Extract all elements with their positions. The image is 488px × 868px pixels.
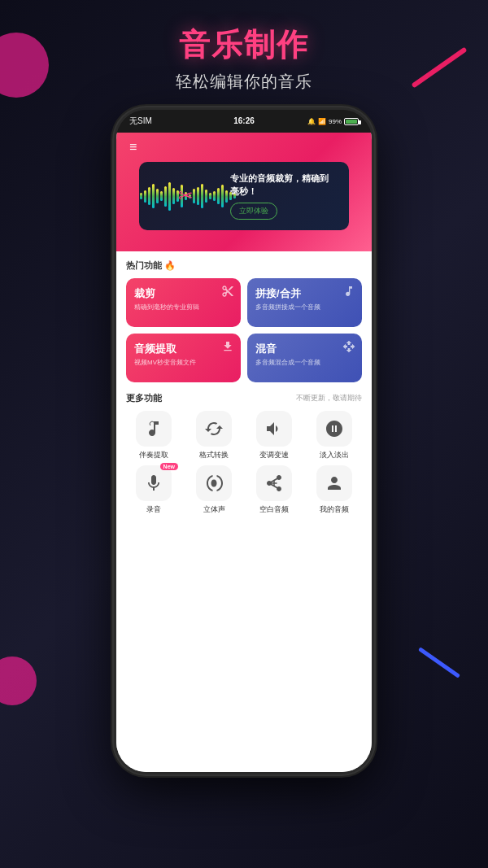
bg-line-bottom-right bbox=[418, 647, 460, 678]
my-audio-label: 我的音频 bbox=[320, 504, 349, 515]
trim-subtitle: 精确到毫秒的专业剪辑 bbox=[134, 303, 233, 312]
more-item-my-audio[interactable]: 我的音频 bbox=[307, 465, 362, 515]
feature-card-mix[interactable]: 混音 多音频混合成一个音频 bbox=[247, 334, 362, 382]
more-section-header: 更多功能 不断更新，敬请期待 bbox=[126, 392, 362, 404]
extract-subtitle: 视频MV秒变音频文件 bbox=[134, 358, 233, 367]
more-features-row1: 伴奏提取 格式转换 变调变速 bbox=[126, 411, 362, 460]
trim-icon bbox=[221, 285, 234, 301]
more-item-stereo[interactable]: 立体声 bbox=[186, 465, 242, 515]
battery-fill bbox=[346, 120, 357, 124]
try-now-button[interactable]: 立即体验 bbox=[230, 203, 277, 220]
app-title: 音乐制作 bbox=[176, 24, 312, 66]
phone-screen: ≡ ✂ 专业的音频裁剪，精确到 毫秒！ 立即体验 热门功能 🔥 bbox=[116, 133, 372, 772]
mix-title: 混音 bbox=[255, 342, 354, 356]
record-label: 录音 bbox=[146, 504, 161, 515]
feature-card-trim[interactable]: 裁剪 精确到毫秒的专业剪辑 bbox=[126, 278, 241, 327]
more-item-pitch-speed[interactable]: 变调变速 bbox=[246, 411, 302, 460]
phone-frame: 无SIM 16:26 🔔 📶 99% ≡ ✂ 专业的音频 bbox=[114, 107, 374, 774]
bg-circle-left-top bbox=[0, 33, 49, 98]
fade-label: 淡入淡出 bbox=[320, 450, 349, 460]
merge-title: 拼接/合并 bbox=[255, 286, 354, 301]
status-icons: 🔔 📶 99% bbox=[307, 118, 359, 125]
more-item-record[interactable]: New 录音 bbox=[126, 465, 181, 515]
record-icon bbox=[136, 465, 172, 501]
more-update-text: 不断更新，敬请期待 bbox=[296, 393, 362, 403]
more-item-music-extract[interactable]: 伴奏提取 bbox=[126, 411, 181, 460]
more-item-fade[interactable]: 淡入淡出 bbox=[307, 411, 362, 460]
phone-status-bar: 无SIM 16:26 🔔 📶 99% bbox=[116, 110, 372, 133]
extract-icon bbox=[221, 340, 234, 356]
scissors-icon: ✂ bbox=[178, 185, 193, 207]
notification-icon: 🔔 bbox=[307, 118, 316, 125]
new-badge: New bbox=[160, 463, 178, 470]
music-extract-icon bbox=[136, 411, 172, 447]
my-audio-icon bbox=[316, 465, 352, 501]
more-item-format-convert[interactable]: 格式转换 bbox=[186, 411, 242, 460]
mix-subtitle: 多音频混合成一个音频 bbox=[255, 358, 354, 367]
merge-icon bbox=[342, 285, 355, 301]
trim-title: 裁剪 bbox=[134, 286, 233, 301]
extract-title: 音频提取 bbox=[134, 342, 233, 356]
hero-section: 音乐制作 轻松编辑你的音乐 bbox=[176, 24, 312, 93]
format-convert-label: 格式转换 bbox=[199, 450, 229, 460]
feature-card-extract[interactable]: 音频提取 视频MV秒变音频文件 bbox=[126, 334, 241, 382]
format-convert-icon bbox=[196, 411, 232, 447]
hot-section-title: 热门功能 🔥 bbox=[126, 260, 362, 272]
app-subtitle: 轻松编辑你的音乐 bbox=[176, 71, 312, 93]
content-area: 热门功能 🔥 裁剪 精确到毫秒的专业剪辑 拼接/合并 bbox=[116, 251, 372, 772]
clock: 16:26 bbox=[233, 116, 255, 125]
feature-card-merge[interactable]: 拼接/合并 多音频拼接成一个音频 bbox=[247, 278, 362, 327]
mix-icon bbox=[342, 340, 355, 356]
music-extract-label: 伴奏提取 bbox=[139, 450, 168, 460]
more-section-title: 更多功能 bbox=[126, 392, 162, 404]
wifi-icon: 📶 bbox=[318, 118, 326, 125]
blank-audio-label: 空白音频 bbox=[259, 504, 289, 515]
more-item-blank-audio[interactable]: 空白音频 bbox=[246, 465, 302, 515]
stereo-label: 立体声 bbox=[203, 504, 225, 515]
banner-title: 专业的音频裁剪，精确到 毫秒！ bbox=[230, 172, 339, 198]
battery-percent: 99% bbox=[329, 118, 342, 125]
battery-icon bbox=[344, 118, 359, 125]
hot-features-grid: 裁剪 精确到毫秒的专业剪辑 拼接/合并 多音频拼接成一个音频 bbox=[126, 278, 362, 382]
stereo-icon bbox=[196, 465, 232, 501]
sim-indicator: 无SIM bbox=[129, 116, 152, 127]
banner-text: 专业的音频裁剪，精确到 毫秒！ 立即体验 bbox=[230, 172, 339, 220]
merge-subtitle: 多音频拼接成一个音频 bbox=[255, 303, 354, 312]
promo-banner[interactable]: ✂ 专业的音频裁剪，精确到 毫秒！ 立即体验 bbox=[139, 162, 349, 230]
pitch-speed-label: 变调变速 bbox=[259, 450, 289, 460]
more-features-row2: New 录音 立体声 bbox=[126, 465, 362, 515]
fade-icon bbox=[316, 411, 352, 447]
bg-line-top-right bbox=[412, 47, 468, 89]
banner-visual: ✂ bbox=[149, 172, 222, 220]
pitch-speed-icon bbox=[256, 411, 292, 447]
bg-circle-left-bottom bbox=[0, 656, 37, 705]
app-header: ≡ ✂ 专业的音频裁剪，精确到 毫秒！ 立即体验 bbox=[116, 133, 372, 251]
blank-audio-icon bbox=[256, 465, 292, 501]
menu-icon[interactable]: ≡ bbox=[129, 141, 137, 154]
